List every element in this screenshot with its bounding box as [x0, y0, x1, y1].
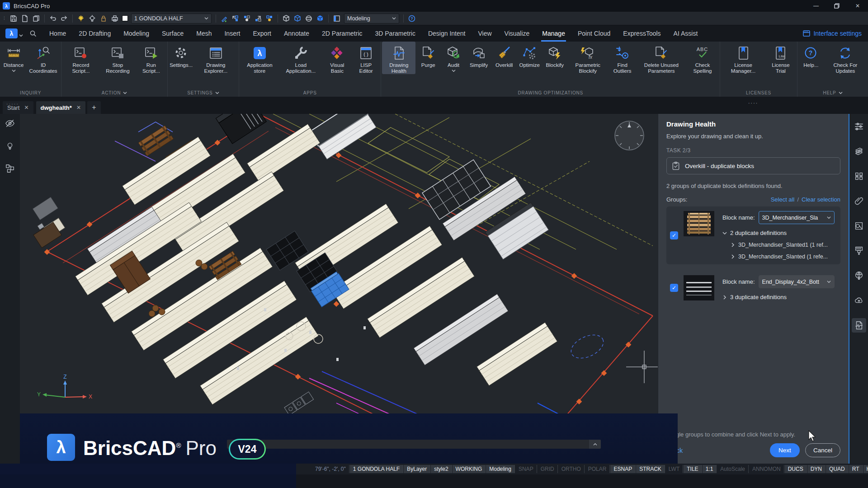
- cloud-panel-button[interactable]: [852, 293, 866, 308]
- drawing-explorer-button[interactable]: Drawing Explorer...: [194, 42, 238, 74]
- tab-home[interactable]: Home: [43, 25, 72, 42]
- definitions-toggle-2[interactable]: 3 duplicate definitions: [722, 294, 837, 300]
- stop-recording-button[interactable]: Stop Recording: [99, 42, 136, 74]
- status-color[interactable]: ByLayer: [404, 465, 430, 473]
- license-trial-button[interactable]: Lite License Trial: [765, 42, 796, 74]
- ribbon-app-menu[interactable]: λ: [5, 28, 18, 38]
- duplicate-group-1[interactable]: ✓ Block name: 3D_Merchandiser_Sla: [666, 206, 840, 264]
- definitions-toggle-1[interactable]: 2 duplicate definitions: [722, 230, 837, 236]
- next-button[interactable]: Next: [770, 443, 800, 457]
- status-workspace[interactable]: Modeling: [486, 465, 515, 473]
- tab-mesh[interactable]: Mesh: [190, 25, 218, 42]
- tab-ai-assist[interactable]: AI Assist: [667, 25, 704, 42]
- check-for-updates-button[interactable]: Check For Updates: [824, 42, 867, 74]
- tab-expresstools[interactable]: ExpressTools: [617, 25, 667, 42]
- cancel-button[interactable]: Cancel: [805, 443, 840, 457]
- application-store-button[interactable]: λ Application store: [240, 42, 279, 74]
- command-line[interactable]: Next:: [227, 440, 601, 449]
- group-2-checkbox[interactable]: ✓: [670, 284, 678, 292]
- copy-icon[interactable]: [32, 14, 40, 23]
- entity-snap-2-icon[interactable]: [243, 14, 251, 23]
- clear-selection-link[interactable]: Clear selection: [802, 196, 840, 203]
- drawing-viewport[interactable]: Z Y X Next: λ BricsCAD®Pro V24: [20, 114, 658, 464]
- tab-visualize[interactable]: Visualize: [498, 25, 536, 42]
- drawing-health-panel-button[interactable]: [852, 318, 866, 333]
- panel-drag-handle[interactable]: ∙∙∙∙: [748, 99, 758, 106]
- status-ucs[interactable]: WORKING: [453, 465, 486, 473]
- status-layer[interactable]: 1 GONDOLA HALF: [350, 465, 403, 473]
- find-outliers-button[interactable]: Find Outliers: [608, 42, 636, 74]
- lisp-editor-button[interactable]: ( ) LISP Editor: [352, 42, 380, 74]
- status-textstyle[interactable]: style2: [431, 465, 452, 473]
- license-manager-button[interactable]: License Manager...: [721, 42, 765, 74]
- tab-manage[interactable]: Manage: [536, 25, 571, 42]
- purge-button[interactable]: Purge: [415, 42, 441, 68]
- toggle-autoscale[interactable]: AutoScale: [717, 465, 749, 473]
- doc-tab-dwghealth[interactable]: dwghealth*✕: [36, 101, 85, 114]
- render-materials-button[interactable]: [852, 219, 866, 233]
- visual-basic-button[interactable]: Visual Basic: [322, 42, 352, 74]
- tab-point-cloud[interactable]: Point Cloud: [571, 25, 617, 42]
- toggle-strack[interactable]: STRACK: [636, 465, 665, 473]
- workspace-selector[interactable]: Modeling: [344, 14, 399, 23]
- color-swatch[interactable]: [122, 15, 128, 21]
- print-icon[interactable]: [111, 14, 119, 23]
- tab-annotate[interactable]: Annotate: [278, 25, 316, 42]
- blockify-button[interactable]: Blockify: [542, 42, 567, 68]
- simplify-button[interactable]: Simplify: [466, 42, 491, 68]
- record-script-button[interactable]: Record Script...: [62, 42, 99, 74]
- toggle-lwt[interactable]: LWT: [665, 465, 683, 473]
- toggle-ducs[interactable]: DUCS: [785, 465, 807, 473]
- search-icon[interactable]: [29, 30, 37, 37]
- app-menu-caret-icon[interactable]: [19, 34, 23, 37]
- new-drawing-icon[interactable]: [21, 14, 29, 23]
- settings-button[interactable]: Settings...: [169, 42, 194, 68]
- tab-3d-parametric[interactable]: 3D Parametric: [369, 25, 422, 42]
- load-application-button[interactable]: Load Application...: [279, 42, 322, 74]
- annotation-scale[interactable]: 1:1: [703, 465, 717, 473]
- duplicate-group-2[interactable]: ✓ Block name: End_Display_4x2_Bott 3 dup…: [666, 271, 840, 305]
- group-label-apps[interactable]: APPS: [239, 89, 381, 97]
- entity-snap-3-icon[interactable]: [254, 14, 262, 23]
- parametric-blockify-button[interactable]: fx Parametric Blockify: [567, 42, 608, 74]
- toggle-annomon[interactable]: ANNOMON: [749, 465, 784, 473]
- tab-2d-parametric[interactable]: 2D Parametric: [316, 25, 368, 42]
- interface-settings-button[interactable]: Interface settings: [803, 30, 862, 37]
- tab-modeling[interactable]: Modeling: [117, 25, 156, 42]
- tab-insert[interactable]: Insert: [218, 25, 246, 42]
- help-button[interactable]: ? Help...: [798, 42, 824, 68]
- toggle-polar[interactable]: POLAR: [585, 465, 610, 473]
- attachments-panel-button[interactable]: [852, 194, 866, 208]
- toolbar-drag-handle[interactable]: ⁞: [4, 18, 6, 19]
- blocks-panel-button[interactable]: [852, 169, 866, 183]
- new-tab-button[interactable]: +: [87, 101, 101, 114]
- tab-design-intent[interactable]: Design Intent: [422, 25, 472, 42]
- layer-selector[interactable]: 1 GONDOLA HALF: [131, 14, 212, 23]
- toggle-ortho[interactable]: ORTHO: [558, 465, 585, 473]
- block-name-select-2[interactable]: End_Display_4x2_Bott: [759, 275, 835, 288]
- tab-2d-drafting[interactable]: 2D Drafting: [72, 25, 117, 42]
- workspace-panel-icon[interactable]: [333, 14, 341, 23]
- restore-button[interactable]: [826, 0, 847, 12]
- toggle-rt[interactable]: RT: [849, 465, 863, 473]
- layer-freeze-icon[interactable]: [88, 14, 96, 23]
- entity-snap-1-icon[interactable]: [231, 14, 240, 23]
- structure-browser-icon[interactable]: [5, 164, 15, 174]
- view-sphere-icon[interactable]: [305, 14, 313, 23]
- group-label-help[interactable]: HELP: [797, 89, 868, 97]
- id-coordinates-button[interactable]: ID Coordinates: [26, 42, 60, 74]
- check-spelling-button[interactable]: ABC Check Spelling: [686, 42, 719, 74]
- drawing-health-button[interactable]: Drawing Health: [382, 42, 415, 74]
- save-icon[interactable]: [9, 14, 18, 23]
- light-icon[interactable]: [5, 141, 15, 151]
- undo-icon[interactable]: [49, 14, 57, 23]
- tab-surface[interactable]: Surface: [156, 25, 190, 42]
- optimize-button[interactable]: Optimize: [517, 42, 542, 68]
- entity-snap-4-icon[interactable]: [265, 14, 274, 23]
- redo-icon[interactable]: [60, 14, 68, 23]
- command-expand-button[interactable]: [589, 440, 601, 449]
- view-cube-solid-icon[interactable]: [293, 14, 302, 23]
- distance-button[interactable]: Distance: [1, 42, 26, 72]
- run-script-button[interactable]: Run Script...: [136, 42, 166, 74]
- toggle-tile[interactable]: TILE: [684, 465, 702, 473]
